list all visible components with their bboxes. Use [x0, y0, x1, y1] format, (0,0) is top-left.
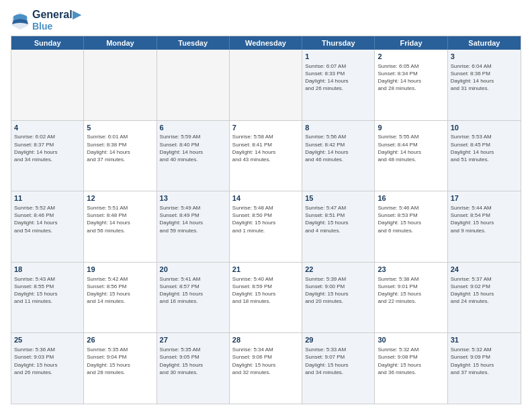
day-cell-11: 11Sunrise: 5:52 AM Sunset: 8:46 PM Dayli… [11, 191, 84, 262]
header-day-sunday: Sunday [11, 36, 84, 50]
day-cell-19: 19Sunrise: 5:42 AM Sunset: 8:56 PM Dayli… [84, 263, 157, 333]
header-day-tuesday: Tuesday [157, 36, 230, 50]
day-number: 15 [305, 193, 371, 203]
day-info: Sunrise: 5:37 AM Sunset: 9:02 PM Dayligh… [451, 275, 518, 306]
day-info: Sunrise: 5:46 AM Sunset: 8:53 PM Dayligh… [378, 204, 444, 234]
day-number: 12 [87, 193, 153, 203]
day-info: Sunrise: 6:07 AM Sunset: 8:33 PM Dayligh… [305, 62, 371, 93]
calendar: SundayMondayTuesdayWednesdayThursdayFrid… [11, 36, 521, 404]
day-info: Sunrise: 5:52 AM Sunset: 8:46 PM Dayligh… [14, 204, 81, 234]
day-info: Sunrise: 5:32 AM Sunset: 9:09 PM Dayligh… [451, 346, 518, 376]
day-cell-15: 15Sunrise: 5:47 AM Sunset: 8:51 PM Dayli… [302, 191, 375, 262]
day-info: Sunrise: 5:47 AM Sunset: 8:51 PM Dayligh… [305, 204, 371, 234]
empty-cell [157, 50, 230, 120]
day-info: Sunrise: 5:41 AM Sunset: 8:57 PM Dayligh… [160, 275, 226, 306]
header-day-monday: Monday [84, 36, 157, 50]
day-info: Sunrise: 5:39 AM Sunset: 9:00 PM Dayligh… [305, 275, 371, 306]
day-cell-13: 13Sunrise: 5:49 AM Sunset: 8:49 PM Dayli… [157, 191, 230, 262]
day-number: 20 [160, 265, 226, 275]
day-number: 28 [232, 335, 299, 345]
calendar-header: SundayMondayTuesdayWednesdayThursdayFrid… [11, 36, 521, 50]
day-number: 4 [14, 123, 81, 133]
day-number: 2 [378, 52, 444, 62]
empty-cell [230, 50, 302, 120]
day-info: Sunrise: 5:34 AM Sunset: 9:06 PM Dayligh… [232, 346, 299, 376]
day-number: 5 [87, 123, 153, 133]
day-info: Sunrise: 5:32 AM Sunset: 9:08 PM Dayligh… [378, 346, 444, 376]
day-info: Sunrise: 5:56 AM Sunset: 8:42 PM Dayligh… [305, 133, 371, 163]
day-info: Sunrise: 5:53 AM Sunset: 8:45 PM Dayligh… [451, 133, 518, 163]
calendar-row-4: 18Sunrise: 5:43 AM Sunset: 8:55 PM Dayli… [11, 262, 521, 333]
day-cell-1: 1Sunrise: 6:07 AM Sunset: 8:33 PM Daylig… [302, 50, 375, 120]
day-number: 13 [160, 193, 226, 203]
day-cell-5: 5Sunrise: 6:01 AM Sunset: 8:38 PM Daylig… [84, 121, 157, 191]
day-cell-3: 3Sunrise: 6:04 AM Sunset: 8:36 PM Daylig… [448, 50, 521, 120]
day-cell-30: 30Sunrise: 5:32 AM Sunset: 9:08 PM Dayli… [375, 333, 447, 404]
day-number: 31 [451, 335, 518, 345]
day-info: Sunrise: 5:35 AM Sunset: 9:05 PM Dayligh… [160, 346, 226, 376]
day-number: 21 [232, 265, 299, 275]
day-number: 24 [451, 265, 518, 275]
day-number: 6 [160, 123, 226, 133]
day-number: 19 [87, 265, 153, 275]
day-number: 17 [451, 193, 518, 203]
day-cell-23: 23Sunrise: 5:38 AM Sunset: 9:01 PM Dayli… [375, 263, 447, 333]
day-info: Sunrise: 5:42 AM Sunset: 8:56 PM Dayligh… [87, 275, 153, 306]
calendar-row-5: 25Sunrise: 5:36 AM Sunset: 9:03 PM Dayli… [11, 332, 521, 404]
logo-area: General▶ Blue [11, 8, 81, 32]
calendar-row-1: 1Sunrise: 6:07 AM Sunset: 8:33 PM Daylig… [11, 50, 521, 120]
day-number: 1 [305, 52, 371, 62]
day-info: Sunrise: 5:59 AM Sunset: 8:40 PM Dayligh… [160, 133, 226, 163]
day-number: 9 [378, 123, 444, 133]
day-cell-6: 6Sunrise: 5:59 AM Sunset: 8:40 PM Daylig… [157, 121, 230, 191]
day-cell-9: 9Sunrise: 5:55 AM Sunset: 8:44 PM Daylig… [375, 121, 447, 191]
page: General▶ Blue SundayMondayTuesdayWednesd… [0, 0, 532, 411]
day-cell-10: 10Sunrise: 5:53 AM Sunset: 8:45 PM Dayli… [448, 121, 521, 191]
day-number: 8 [305, 123, 371, 133]
day-info: Sunrise: 5:43 AM Sunset: 8:55 PM Dayligh… [14, 275, 81, 306]
day-info: Sunrise: 6:05 AM Sunset: 8:34 PM Dayligh… [378, 62, 444, 93]
day-cell-27: 27Sunrise: 5:35 AM Sunset: 9:05 PM Dayli… [157, 333, 230, 404]
empty-cell [84, 50, 157, 120]
day-number: 3 [451, 52, 518, 62]
day-cell-24: 24Sunrise: 5:37 AM Sunset: 9:02 PM Dayli… [448, 263, 521, 333]
day-info: Sunrise: 5:51 AM Sunset: 8:48 PM Dayligh… [87, 204, 153, 234]
logo-text: General▶ Blue [32, 8, 81, 32]
day-cell-20: 20Sunrise: 5:41 AM Sunset: 8:57 PM Dayli… [157, 263, 230, 333]
day-info: Sunrise: 5:36 AM Sunset: 9:03 PM Dayligh… [14, 346, 81, 376]
calendar-row-2: 4Sunrise: 6:02 AM Sunset: 8:37 PM Daylig… [11, 120, 521, 191]
day-number: 29 [305, 335, 371, 345]
header-day-wednesday: Wednesday [230, 36, 302, 50]
calendar-body: 1Sunrise: 6:07 AM Sunset: 8:33 PM Daylig… [11, 50, 521, 404]
day-info: Sunrise: 5:48 AM Sunset: 8:50 PM Dayligh… [232, 204, 299, 234]
day-number: 22 [305, 265, 371, 275]
day-info: Sunrise: 5:44 AM Sunset: 8:54 PM Dayligh… [451, 204, 518, 234]
day-number: 14 [232, 193, 299, 203]
day-number: 25 [14, 335, 81, 345]
day-cell-28: 28Sunrise: 5:34 AM Sunset: 9:06 PM Dayli… [230, 333, 302, 404]
day-number: 30 [378, 335, 444, 345]
header-day-thursday: Thursday [302, 36, 375, 50]
day-info: Sunrise: 6:02 AM Sunset: 8:37 PM Dayligh… [14, 133, 81, 163]
day-cell-12: 12Sunrise: 5:51 AM Sunset: 8:48 PM Dayli… [84, 191, 157, 262]
day-info: Sunrise: 5:33 AM Sunset: 9:07 PM Dayligh… [305, 346, 371, 376]
day-cell-8: 8Sunrise: 5:56 AM Sunset: 8:42 PM Daylig… [302, 121, 375, 191]
day-number: 16 [378, 193, 444, 203]
day-cell-2: 2Sunrise: 6:05 AM Sunset: 8:34 PM Daylig… [375, 50, 447, 120]
day-number: 11 [14, 193, 81, 203]
day-number: 10 [451, 123, 518, 133]
header-day-saturday: Saturday [448, 36, 521, 50]
day-cell-17: 17Sunrise: 5:44 AM Sunset: 8:54 PM Dayli… [448, 191, 521, 262]
day-cell-25: 25Sunrise: 5:36 AM Sunset: 9:03 PM Dayli… [11, 333, 84, 404]
day-cell-21: 21Sunrise: 5:40 AM Sunset: 8:59 PM Dayli… [230, 263, 302, 333]
day-info: Sunrise: 5:55 AM Sunset: 8:44 PM Dayligh… [378, 133, 444, 163]
logo-icon [11, 11, 30, 30]
day-cell-26: 26Sunrise: 5:35 AM Sunset: 9:04 PM Dayli… [84, 333, 157, 404]
day-cell-31: 31Sunrise: 5:32 AM Sunset: 9:09 PM Dayli… [448, 333, 521, 404]
day-cell-16: 16Sunrise: 5:46 AM Sunset: 8:53 PM Dayli… [375, 191, 447, 262]
day-info: Sunrise: 5:58 AM Sunset: 8:41 PM Dayligh… [232, 133, 299, 163]
header-day-friday: Friday [375, 36, 447, 50]
empty-cell [11, 50, 84, 120]
day-info: Sunrise: 6:01 AM Sunset: 8:38 PM Dayligh… [87, 133, 153, 163]
day-cell-4: 4Sunrise: 6:02 AM Sunset: 8:37 PM Daylig… [11, 121, 84, 191]
